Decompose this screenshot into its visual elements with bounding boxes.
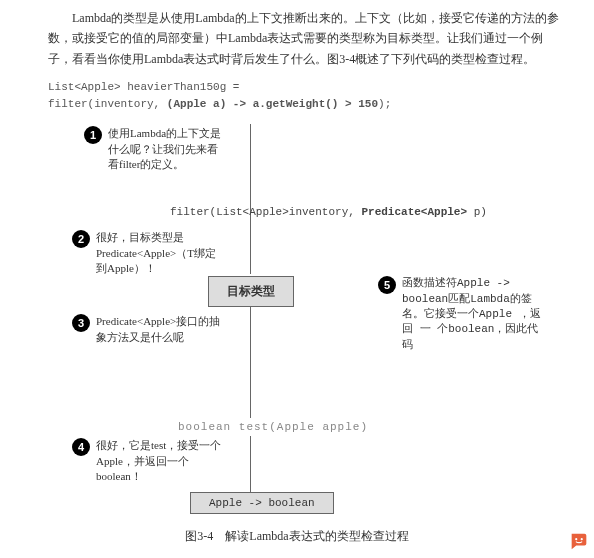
- step-bullet-3: 3: [72, 314, 90, 332]
- code-line-2: filter(inventory, (Apple a) -> a.getWeig…: [48, 96, 594, 113]
- step-bullet-4: 4: [72, 438, 90, 456]
- step-note-5: 函数描述符Apple -> boolean匹配Lambda的签名。它接受一个Ap…: [402, 276, 547, 353]
- svg-point-0: [575, 538, 577, 540]
- step-bullet-2: 2: [72, 230, 90, 248]
- filter-signature: filter(List<Apple>inventory, Predicate<A…: [170, 206, 487, 218]
- test-signature-box: boolean test(Apple apple): [170, 418, 376, 436]
- intro-paragraph: Lambda的类型是从使用Lambda的上下文推断出来的。上下文（比如，接受它传…: [0, 0, 594, 75]
- connector-line: [250, 124, 251, 274]
- figure-caption: 图3-4 解读Lambda表达式的类型检查过程: [0, 528, 594, 545]
- svg-point-1: [581, 538, 583, 540]
- code-line-1: List<Apple> heavierThan150g =: [48, 79, 594, 96]
- target-type-box: 目标类型: [208, 276, 294, 307]
- feedback-icon[interactable]: [568, 530, 590, 552]
- step-bullet-5: 5: [378, 276, 396, 294]
- code-example: List<Apple> heavierThan150g = filter(inv…: [0, 75, 594, 120]
- connector-line: [250, 302, 251, 419]
- function-descriptor-box: Apple -> boolean: [190, 492, 334, 514]
- step-note-3: Predicate<Apple>接口的抽象方法又是什么呢: [96, 314, 226, 345]
- connector-line: [250, 434, 251, 492]
- step-note-4: 很好，它是test，接受一个Apple，并返回一个boolean！: [96, 438, 226, 484]
- step-bullet-1: 1: [84, 126, 102, 144]
- step-note-2: 很好，目标类型是Predicate<Apple>（T绑定到Apple）！: [96, 230, 226, 276]
- step-note-1: 使用Lambda的上下文是什么呢？让我们先来看看filter的定义。: [108, 126, 228, 172]
- figure-3-4-diagram: 1 使用Lambda的上下文是什么呢？让我们先来看看filter的定义。 fil…: [90, 124, 566, 524]
